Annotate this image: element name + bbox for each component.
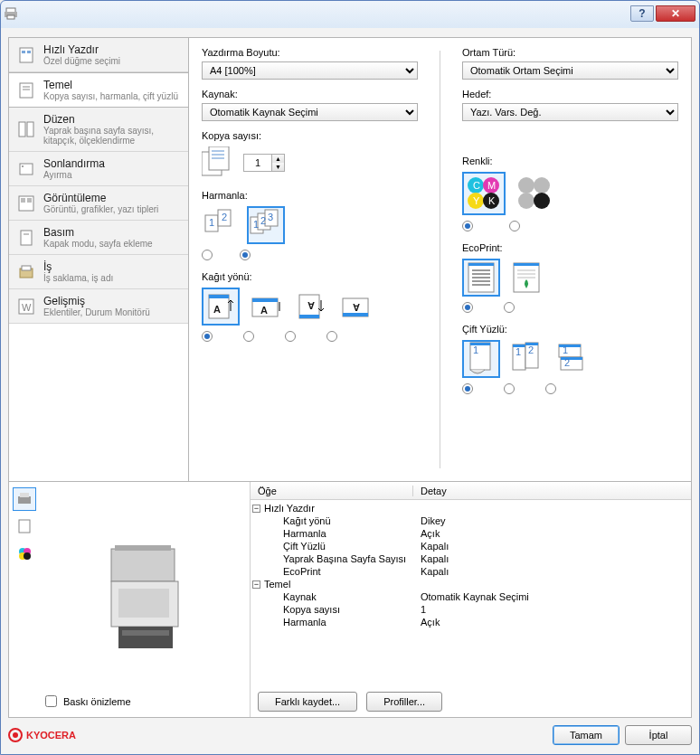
- orientation-radio-1[interactable]: [202, 331, 213, 342]
- svg-rect-19: [22, 266, 31, 270]
- svg-rect-72: [514, 263, 539, 266]
- tab-finish[interactable]: SonlandırmaAyırma: [9, 152, 188, 186]
- orientation-radio-4[interactable]: [326, 331, 337, 342]
- ecoprint-on-option[interactable]: [507, 259, 545, 297]
- media-type-label: Ortam Türü:: [462, 47, 678, 58]
- svg-rect-15: [27, 198, 32, 203]
- grid-row[interactable]: −Temel: [251, 578, 691, 590]
- grid-button-row: Farklı kaydet... Profiller...: [251, 686, 691, 717]
- ecoprint-off-option[interactable]: [462, 259, 500, 297]
- spin-down[interactable]: ▼: [271, 163, 284, 171]
- tab-job[interactable]: İşİş saklama, iş adı: [9, 255, 188, 289]
- grid-item-label: Harmanla: [283, 617, 326, 628]
- grid-col-item[interactable]: Öğe: [251, 486, 413, 496]
- grid-row[interactable]: KaynakOtomatik Kaynak Seçimi: [251, 590, 691, 603]
- grid-row[interactable]: HarmanlaAçık: [251, 616, 691, 628]
- grid-row[interactable]: Yaprak Başına Sayfa SayısıKapalı: [251, 552, 691, 565]
- grid-row[interactable]: EcoPrintKapalı: [251, 565, 691, 578]
- spin-up[interactable]: ▲: [271, 155, 284, 163]
- tree-toggle-icon[interactable]: −: [252, 580, 260, 589]
- copies-spinner[interactable]: ▲▼: [243, 154, 285, 172]
- grid-item-value: Kapalı: [413, 541, 691, 552]
- preview-checkbox[interactable]: Baskı önizleme: [42, 693, 131, 710]
- tab-imaging[interactable]: GörüntülemeGörüntü, grafikler, yazı tipl…: [9, 186, 188, 221]
- tab-advanced[interactable]: WGelişmişEklentiler, Durum Monitörü: [9, 289, 188, 324]
- window-controls: ? ✕: [630, 5, 695, 22]
- ecoprint-off-radio[interactable]: [462, 302, 473, 313]
- printer-app-icon: [5, 7, 17, 20]
- tab-publish-icon: [16, 228, 36, 248]
- tab-publish[interactable]: BasımKapak modu, sayfa ekleme: [9, 221, 188, 255]
- copies-preview-icon: [202, 146, 238, 179]
- color-mono-option[interactable]: [513, 172, 556, 215]
- grid-body[interactable]: −Hızlı YazdırKağıt yönüDikeyHarmanlaAçık…: [251, 500, 691, 686]
- grid-item-label: Harmanla: [283, 528, 326, 539]
- duplex-short-edge-option[interactable]: 12: [553, 340, 591, 378]
- preview-tab-color[interactable]: [13, 542, 36, 565]
- destination-select[interactable]: Yazı. Vars. Değ.: [462, 103, 678, 121]
- media-type-select[interactable]: Otomatik Ortam Seçimi: [462, 61, 678, 80]
- preview-tab-printer[interactable]: [13, 487, 36, 511]
- destination-label: Hedef:: [462, 89, 678, 99]
- copies-input[interactable]: [244, 155, 271, 171]
- duplex-radio-2[interactable]: [504, 383, 515, 394]
- tree-toggle-icon[interactable]: −: [252, 505, 260, 513]
- grid-row[interactable]: −Hızlı Yazdır: [251, 502, 691, 514]
- duplex-radio-3[interactable]: [545, 383, 556, 394]
- grid-row[interactable]: Çift YüzlüKapalı: [251, 540, 691, 552]
- collate-off-radio[interactable]: [202, 250, 213, 260]
- tab-quick[interactable]: Hızlı YazdırÖzel düğme seçimi: [9, 38, 188, 72]
- source-select[interactable]: Otomatik Kaynak Seçimi: [202, 103, 418, 121]
- footer-buttons: Tamam İptal: [553, 725, 692, 745]
- color-full-radio[interactable]: [462, 221, 473, 231]
- grid-row[interactable]: Kopya sayısı1: [251, 603, 691, 616]
- profiles-button[interactable]: Profiller...: [366, 692, 442, 712]
- grid-item-value: Otomatik Kaynak Seçimi: [413, 591, 691, 602]
- ecoprint-options: [462, 259, 678, 297]
- ok-button[interactable]: Tamam: [553, 725, 620, 745]
- grid-row[interactable]: Kağıt yönüDikey: [251, 514, 691, 527]
- print-size-select[interactable]: A4 [100%]: [202, 61, 418, 80]
- tab-basic[interactable]: TemelKopya sayısı, harmanla, çift yüzlü: [9, 72, 188, 108]
- duplex-off-option[interactable]: 1: [462, 340, 500, 378]
- color-full-option[interactable]: CMYK: [462, 172, 506, 215]
- preview-checkbox-input[interactable]: [45, 695, 57, 707]
- close-button[interactable]: ✕: [656, 5, 695, 22]
- orientation-radio-3[interactable]: [285, 331, 296, 342]
- collate-on-option[interactable]: 123: [247, 206, 285, 244]
- grid-item-value: Dikey: [413, 515, 691, 526]
- color-mono-radio[interactable]: [509, 221, 520, 231]
- right-column: Ortam Türü: Otomatik Ortam Seçimi Hedef:…: [462, 47, 678, 472]
- help-button[interactable]: ?: [630, 5, 654, 22]
- tab-sublabel: Görüntü, grafikler, yazı tipleri: [43, 204, 158, 214]
- orientation-landscape[interactable]: A: [247, 288, 285, 326]
- orientation-radio-2[interactable]: [243, 331, 254, 342]
- tab-label: İş: [43, 260, 113, 273]
- orientation-portrait[interactable]: A: [202, 288, 240, 326]
- orientation-portrait-rotated[interactable]: A: [292, 288, 330, 326]
- svg-rect-2: [7, 15, 14, 19]
- svg-rect-9: [19, 122, 25, 137]
- save-as-button[interactable]: Farklı kaydet...: [258, 692, 357, 712]
- cancel-button[interactable]: İptal: [625, 725, 692, 745]
- grid-col-detail[interactable]: Detay: [413, 486, 454, 496]
- collate-on-radio[interactable]: [240, 250, 251, 260]
- grid-row[interactable]: HarmanlaAçık: [251, 527, 691, 540]
- tab-layout-icon: [16, 119, 36, 139]
- collate-off-option[interactable]: 12: [202, 206, 240, 244]
- duplex-radio-1[interactable]: [462, 383, 473, 394]
- tab-layout[interactable]: DüzenYaprak başına sayfa sayısı, kitapçı…: [9, 108, 188, 152]
- duplex-options: 1 12 12: [462, 340, 678, 378]
- tab-sublabel: İş saklama, iş adı: [43, 273, 113, 283]
- orientation-landscape-rotated[interactable]: A: [337, 288, 375, 326]
- ecoprint-on-radio[interactable]: [504, 302, 515, 313]
- svg-rect-46: [299, 315, 319, 318]
- color-options: CMYK: [462, 172, 678, 215]
- printer-illustration: [86, 536, 203, 663]
- preview-tab-page[interactable]: [13, 514, 36, 538]
- preview-checkbox-label: Baskı önizleme: [63, 696, 131, 707]
- grid-item-value: 1: [413, 604, 691, 615]
- svg-text:1: 1: [253, 219, 259, 230]
- duplex-long-edge-option[interactable]: 12: [507, 340, 545, 378]
- settings-grid: Öğe Detay −Hızlı YazdırKağıt yönüDikeyHa…: [250, 482, 691, 717]
